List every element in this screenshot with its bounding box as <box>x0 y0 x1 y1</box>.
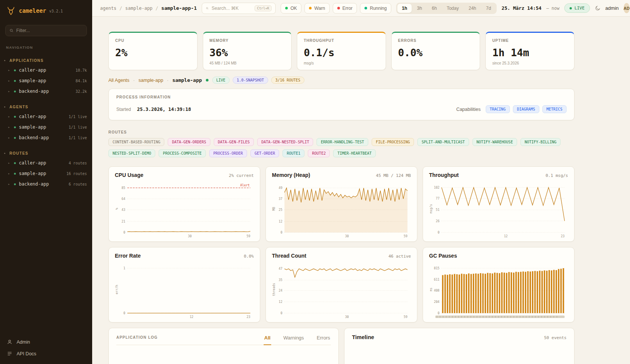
app-logo[interactable]: cameleer v3.2.1 <box>0 0 92 20</box>
chart-plot: 0204408611815ms <box>429 262 568 319</box>
capability-chip[interactable]: METRICS <box>542 105 567 113</box>
route-chip[interactable]: CONTENT-BASED-ROUTING <box>108 138 164 146</box>
sidebar-item[interactable]: ▸ sample-app 16 routes <box>0 168 92 179</box>
route-chip[interactable]: DATA-GEN-ORDERS <box>168 138 210 146</box>
section-bullet-icon <box>4 60 5 61</box>
capabilities: Capabilities TRACING DIAGRAMS METRICS <box>456 105 567 113</box>
sidebar-item[interactable]: ▸ backend-app 32.2k <box>0 86 92 97</box>
status-filter-chip[interactable]: OK <box>281 3 301 14</box>
breadcrumb-sample-app[interactable]: sample-app <box>125 6 153 11</box>
chevron-right-icon: ▸ <box>8 89 11 93</box>
sidebar-item[interactable]: ▸ caller-app 10.7k <box>0 65 92 75</box>
time-range-button[interactable]: 24h <box>464 4 481 13</box>
agent-badges: LIVE 1.0-SNAPSHOT 3/16 ROUTES <box>212 77 305 84</box>
sidebar-item-admin[interactable]: Admin <box>7 339 85 345</box>
svg-text:85: 85 <box>122 186 125 190</box>
status-filter-chip[interactable]: Warn <box>304 3 329 14</box>
sidebar-item-badge: 16 routes <box>66 172 87 176</box>
status-filter-label: OK <box>290 6 297 11</box>
chevron-right-icon: ▸ <box>8 161 11 165</box>
svg-text:43: 43 <box>122 208 125 212</box>
time-range-button[interactable]: 7d <box>482 4 496 13</box>
route-chip[interactable]: NESTED-SPLIT-DEMO <box>108 149 155 157</box>
dot-separator: · <box>133 78 135 83</box>
sidebar-item[interactable]: ▸ caller-app 4 routes <box>0 158 92 168</box>
cameleer-logo-icon <box>6 6 16 16</box>
time-range-start[interactable]: 25. März 14:54 <box>502 5 541 11</box>
avatar[interactable]: AD <box>624 3 630 13</box>
sidebar-section-agents: AGENTS ▸ caller-app 1/1 live ▸ sample-ap… <box>0 103 92 143</box>
chart-card: CPU Usage 2% current 021436485%3059Alert <box>108 166 260 242</box>
sidebar-section-applications: APPLICATIONS ▸ caller-app 10.7k ▸ sample… <box>0 56 92 97</box>
username-label: admin <box>605 5 619 11</box>
status-dot-icon <box>14 91 16 92</box>
section-bullet-icon <box>4 106 5 108</box>
status-filter-chip[interactable]: Error <box>333 3 357 14</box>
metric-title: THROUGHPUT <box>304 38 379 43</box>
sidebar-item[interactable]: ▸ sample-app 1/1 live <box>0 122 92 132</box>
sample-app-link[interactable]: sample-app <box>139 78 163 83</box>
status-filter-chip[interactable]: Running <box>360 3 391 14</box>
section-title: AGENTS <box>9 105 28 109</box>
chart-current-value: 0.1 msg/s <box>545 173 568 178</box>
capability-chip[interactable]: DIAGRAMS <box>513 105 539 113</box>
status-filter-label: Warn <box>314 6 325 11</box>
sidebar-item[interactable]: ▸ backend-app 1/1 live <box>0 132 92 143</box>
time-range-button[interactable]: Today <box>442 4 463 13</box>
chart-card: Thread Count 46 active 012243547threads3… <box>266 247 417 323</box>
route-chip[interactable]: PROCESS-ORDER <box>209 149 247 157</box>
svg-text:59: 59 <box>247 234 250 238</box>
search-input[interactable] <box>212 6 252 11</box>
status-dot-icon <box>14 80 16 82</box>
brand-name: cameleer <box>19 8 46 14</box>
section-title: APPLICATIONS <box>9 58 44 63</box>
agent-status-bar: All Agents · sample-app · sample-app LIV… <box>108 77 574 84</box>
route-chip[interactable]: PROCESS-COMPOSITE <box>159 149 205 157</box>
metric-title: ERRORS <box>398 38 474 43</box>
dark-mode-toggle[interactable] <box>595 5 601 11</box>
route-chip[interactable]: ROUTE2 <box>308 149 330 157</box>
svg-text:0: 0 <box>438 311 440 315</box>
time-range-button[interactable]: 1h <box>397 4 412 13</box>
capability-chip[interactable]: TRACING <box>486 105 510 113</box>
log-tab[interactable]: All <box>264 335 272 345</box>
chart-title: GC Pauses <box>429 253 457 259</box>
time-range-button[interactable]: 3h <box>412 4 426 13</box>
sidebar-item[interactable]: ▸ sample-app 84.1k <box>0 75 92 86</box>
breadcrumb-agents[interactable]: agents <box>100 6 116 11</box>
route-chip[interactable]: ROUTE1 <box>283 149 304 157</box>
sidebar-footer-label: API Docs <box>17 351 36 356</box>
time-range-button[interactable]: 6h <box>427 4 441 13</box>
route-chip[interactable]: DATA-GEN-NESTED-SPLIT <box>257 138 313 146</box>
status-dot-icon <box>14 126 16 128</box>
chevron-right-icon: ▸ <box>8 136 11 140</box>
route-chip[interactable]: SPLIT-AND-MULTICAST <box>417 138 469 146</box>
log-tab[interactable]: Warnings <box>283 335 304 345</box>
sidebar-filter-input[interactable] <box>16 28 83 33</box>
route-chip[interactable]: DATA-GEN-FILES <box>214 138 254 146</box>
svg-text:47: 47 <box>279 267 283 270</box>
route-chip[interactable]: GET-ORDER <box>250 149 279 157</box>
sidebar-item-api-docs[interactable]: API Docs <box>7 351 85 356</box>
live-badge[interactable]: LIVE <box>564 3 590 13</box>
chevron-right-icon: ▸ <box>8 125 11 129</box>
status-dot-icon <box>337 7 340 9</box>
route-chip[interactable]: ERROR-HANDLING-TEST <box>317 138 368 146</box>
sidebar-item[interactable]: ▸ caller-app 1/1 live <box>0 111 92 122</box>
chart-card: Memory (Heap) 45 MB / 124 MB 012253749MB… <box>266 166 417 242</box>
svg-text:%: % <box>115 208 119 210</box>
charts-grid: CPU Usage 2% current 021436485%3059Alert… <box>108 166 574 323</box>
log-tab[interactable]: Errors <box>316 335 331 345</box>
route-chip[interactable]: NOTIFY-BILLING <box>520 138 561 146</box>
sidebar-footer-label: Admin <box>17 339 30 345</box>
route-chip[interactable]: FILE-PROCESSING <box>372 138 414 146</box>
route-chip[interactable]: TIMER-HEARTBEAT <box>333 149 375 157</box>
sidebar-filter <box>5 25 87 36</box>
metric-title: CPU <box>115 38 191 43</box>
route-chip[interactable]: NOTIFY-WAREHOUSE <box>472 138 517 146</box>
svg-text:12: 12 <box>279 300 283 304</box>
sidebar-item[interactable]: ▸ backend-app 6 routes <box>0 179 92 189</box>
search-icon <box>9 28 14 33</box>
all-agents-link[interactable]: All Agents <box>108 78 130 83</box>
svg-text:0: 0 <box>124 311 125 315</box>
